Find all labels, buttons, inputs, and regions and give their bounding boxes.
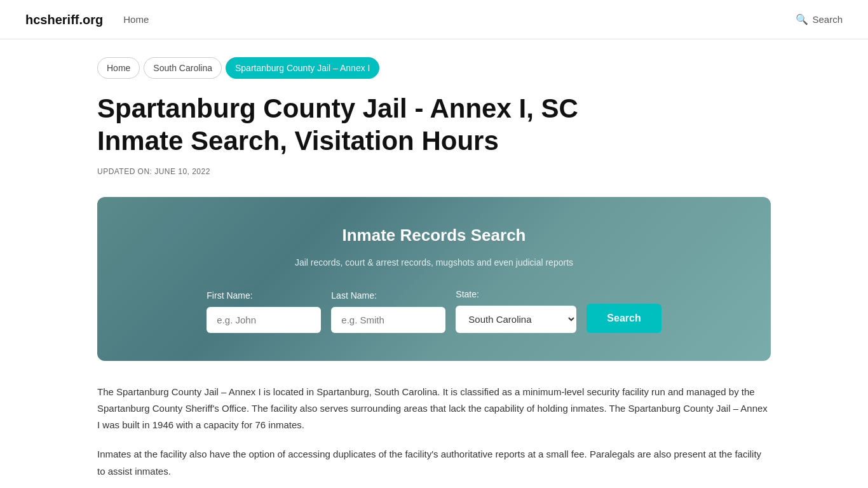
header-search[interactable]: 🔍 Search — [796, 11, 843, 28]
state-select[interactable]: AlabamaAlaskaArizonaArkansasCaliforniaCo… — [456, 306, 576, 333]
breadcrumb-home[interactable]: Home — [97, 57, 140, 79]
last-name-input[interactable] — [331, 307, 445, 333]
search-form: First Name: Last Name: State: AlabamaAla… — [135, 287, 733, 332]
page-title: Spartanburg County Jail - Annex I, SC In… — [97, 93, 644, 157]
search-box-title: Inmate Records Search — [135, 222, 733, 249]
search-button[interactable]: Search — [587, 304, 661, 333]
state-label: State: — [456, 287, 479, 301]
header-search-label[interactable]: Search — [812, 12, 843, 27]
search-icon: 🔍 — [796, 11, 808, 28]
last-name-group: Last Name: — [331, 288, 445, 332]
first-name-group: First Name: — [207, 288, 321, 332]
first-name-input[interactable] — [207, 307, 321, 333]
header-left: hcsheriff.org Home — [25, 10, 149, 30]
breadcrumb: Home South Carolina Spartanburg County J… — [97, 57, 771, 79]
last-name-label: Last Name: — [331, 288, 377, 302]
updated-date: UPDATED ON: JUNE 10, 2022 — [97, 166, 771, 178]
nav-home-link[interactable]: Home — [123, 12, 149, 27]
site-logo[interactable]: hcsheriff.org — [25, 10, 103, 30]
breadcrumb-current[interactable]: Spartanburg County Jail – Annex I — [226, 57, 379, 79]
site-header: hcsheriff.org Home 🔍 Search — [0, 0, 868, 39]
state-group: State: AlabamaAlaskaArizonaArkansasCalif… — [456, 287, 576, 332]
first-name-label: First Name: — [207, 288, 252, 302]
main-content: Home South Carolina Spartanburg County J… — [72, 39, 796, 488]
body-paragraph-2: Inmates at the facility also have the op… — [97, 446, 771, 480]
body-paragraph-1: The Spartanburg County Jail – Annex I is… — [97, 384, 771, 434]
breadcrumb-south-carolina[interactable]: South Carolina — [144, 57, 222, 79]
search-box-subtitle: Jail records, court & arrest records, mu… — [135, 255, 733, 269]
inmate-search-box: Inmate Records Search Jail records, cour… — [97, 197, 771, 360]
